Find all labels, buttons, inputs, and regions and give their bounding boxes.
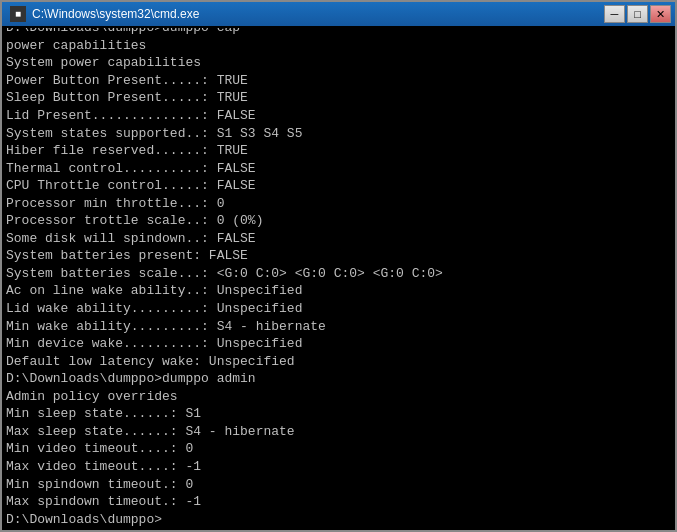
terminal-line: Some disk will spindown..: FALSE [6, 230, 671, 248]
terminal-line: Max video timeout....: -1 [6, 458, 671, 476]
terminal-line: CPU Throttle control.....: FALSE [6, 177, 671, 195]
terminal-line: System states supported..: S1 S3 S4 S5 [6, 125, 671, 143]
terminal-line: Lid wake ability.........: Unspecified [6, 300, 671, 318]
title-bar-left: ■ C:\Windows\system32\cmd.exe [10, 6, 199, 22]
terminal-output: D:\Downloads\dumppo>powercfg /aThe follo… [6, 28, 671, 528]
terminal-line: Min wake ability.........: S4 - hibernat… [6, 318, 671, 336]
close-button[interactable]: ✕ [650, 5, 671, 23]
terminal-line: Sleep Button Present.....: TRUE [6, 89, 671, 107]
terminal-line: Processor min throttle...: 0 [6, 195, 671, 213]
terminal-line: Processor trottle scale..: 0 (0%) [6, 212, 671, 230]
terminal-line: D:\Downloads\dumppo> [6, 511, 671, 528]
window-controls: ─ □ ✕ [604, 5, 671, 23]
terminal-line: Default low latency wake: Unspecified [6, 353, 671, 371]
terminal-line: System batteries present: FALSE [6, 247, 671, 265]
title-bar: ■ C:\Windows\system32\cmd.exe ─ □ ✕ [2, 2, 675, 26]
terminal-line: Max sleep state......: S4 - hibernate [6, 423, 671, 441]
terminal-line: Min sleep state......: S1 [6, 405, 671, 423]
terminal-line: Min spindown timeout.: 0 [6, 476, 671, 494]
window-title: C:\Windows\system32\cmd.exe [32, 7, 199, 21]
terminal-line: Min video timeout....: 0 [6, 440, 671, 458]
terminal-line: Ac on line wake ability..: Unspecified [6, 282, 671, 300]
terminal-area[interactable]: D:\Downloads\dumppo>powercfg /aThe follo… [2, 26, 675, 530]
terminal-line: Lid Present..............: FALSE [6, 107, 671, 125]
terminal-line: Min device wake..........: Unspecified [6, 335, 671, 353]
terminal-line: System batteries scale...: <G:0 C:0> <G:… [6, 265, 671, 283]
terminal-line: Max spindown timeout.: -1 [6, 493, 671, 511]
terminal-line: Thermal control..........: FALSE [6, 160, 671, 178]
terminal-line: Admin policy overrides [6, 388, 671, 406]
maximize-button[interactable]: □ [627, 5, 648, 23]
minimize-button[interactable]: ─ [604, 5, 625, 23]
terminal-line: Power Button Present.....: TRUE [6, 72, 671, 90]
terminal-line: System power capabilities [6, 54, 671, 72]
terminal-line: Hiber file reserved......: TRUE [6, 142, 671, 160]
cmd-icon: ■ [10, 6, 26, 22]
cmd-window: ■ C:\Windows\system32\cmd.exe ─ □ ✕ D:\D… [0, 0, 677, 532]
terminal-line: power capabilities [6, 37, 671, 55]
terminal-line: D:\Downloads\dumppo>dumppo admin [6, 370, 671, 388]
terminal-line: D:\Downloads\dumppo>dumppo cap [6, 28, 671, 37]
